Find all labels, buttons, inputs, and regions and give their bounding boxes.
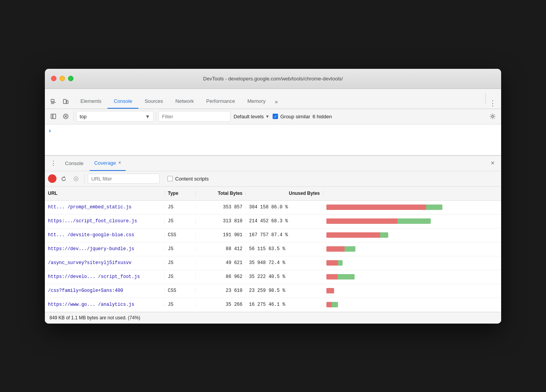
tab-coverage[interactable]: Coverage × <box>90 156 126 171</box>
panel-menu-button[interactable]: ⋮ <box>48 158 59 169</box>
bar-green <box>338 260 343 266</box>
cell-unused-bytes: 35 222 40.5 % <box>246 274 323 280</box>
cell-unused-bytes: 16 275 46.1 % <box>246 302 323 307</box>
execution-context-dropdown[interactable]: top ▼ <box>76 111 154 122</box>
tab-console-lower[interactable]: Console <box>60 156 88 171</box>
devtools-more-menu[interactable]: ⋮ <box>487 98 498 109</box>
tab-sources[interactable]: Sources <box>138 95 169 109</box>
devtools-icon-buttons <box>48 96 71 109</box>
cell-total-bytes: 88 412 <box>196 246 246 252</box>
bar-green <box>332 302 338 307</box>
table-row[interactable]: /async_survey?site=ylj5ifxusvv JS 49 621… <box>45 256 501 270</box>
col-header-type: Type <box>165 191 196 196</box>
cell-total-bytes: 23 610 <box>196 288 246 293</box>
console-output[interactable]: › <box>45 124 501 155</box>
bar-green <box>398 218 431 224</box>
bar-green <box>338 274 355 280</box>
coverage-panel-close[interactable]: × <box>487 158 498 169</box>
reload-button[interactable] <box>58 173 69 184</box>
cell-url[interactable]: htt... /devsite-google-blue.css <box>45 232 165 238</box>
record-button[interactable] <box>48 174 56 183</box>
cell-url[interactable]: /async_survey?site=ylj5ifxusvv <box>45 260 165 266</box>
close-button[interactable] <box>51 76 56 81</box>
cell-type: JS <box>165 205 196 210</box>
prompt-arrow-icon: › <box>48 128 52 135</box>
cell-type: JS <box>165 260 196 266</box>
table-row[interactable]: /css?family=Google+Sans:400 CSS 23 610 2… <box>45 284 501 298</box>
tab-performance[interactable]: Performance <box>200 95 241 109</box>
table-row[interactable]: https:.../script_foot_closure.js JS 313 … <box>45 215 501 228</box>
cell-type: JS <box>165 274 196 280</box>
svg-rect-2 <box>67 101 68 104</box>
table-row[interactable]: https://develo... /script_foot.js JS 86 … <box>45 270 501 284</box>
toolbar-divider-1 <box>73 112 74 121</box>
cell-unused-bytes: 35 948 72.4 % <box>246 260 323 266</box>
console-filter-input[interactable] <box>159 111 230 122</box>
unused-bytes-value: 214 452 68.3 % <box>249 218 288 224</box>
bar-red <box>326 246 345 252</box>
window-title: DevTools - developers.google.com/web/too… <box>203 76 343 82</box>
cell-usage-bar <box>323 274 501 280</box>
cell-unused-bytes: 23 259 98.5 % <box>246 288 323 293</box>
device-toolbar-icon[interactable] <box>60 96 71 107</box>
chevron-down-icon: ▼ <box>145 114 150 119</box>
content-scripts-label: Content scripts <box>175 176 209 182</box>
cell-total-bytes: 353 857 <box>196 205 246 210</box>
group-similar-area: ✓ Group similar 6 hidden <box>273 114 332 119</box>
coverage-panel: ⋮ Console Coverage × × Content scri <box>45 155 501 324</box>
tab-separator <box>485 93 486 104</box>
table-row[interactable]: htt... /prompt_embed_static.js JS 353 85… <box>45 201 501 215</box>
cell-usage-bar <box>323 205 501 210</box>
chevron-down-icon: ▼ <box>265 114 270 119</box>
table-row[interactable]: https://dev.../jquery-bundle.js JS 88 41… <box>45 242 501 256</box>
cell-usage-bar <box>323 246 501 252</box>
cell-type: CSS <box>165 232 196 238</box>
tab-overflow-button[interactable]: » <box>272 95 281 109</box>
clear-console-btn[interactable] <box>60 111 71 122</box>
cell-url[interactable]: https://dev.../jquery-bundle.js <box>45 246 165 252</box>
unused-bytes-value: 167 757 87.4 % <box>249 232 288 238</box>
hidden-count: 6 hidden <box>312 114 332 119</box>
cell-url[interactable]: htt... /prompt_embed_static.js <box>45 205 165 210</box>
show-console-sidebar-btn[interactable] <box>48 111 59 122</box>
console-settings-button[interactable] <box>487 111 498 122</box>
tab-elements[interactable]: Elements <box>74 95 107 109</box>
maximize-button[interactable] <box>68 76 73 81</box>
cell-total-bytes: 35 266 <box>196 302 246 307</box>
cell-type: JS <box>165 218 196 224</box>
default-levels-button[interactable]: Default levels ▼ <box>232 113 271 120</box>
content-scripts-area: Content scripts <box>167 176 209 182</box>
tab-list: Elements Console Sources Network Perform… <box>74 89 484 109</box>
table-row[interactable]: htt... /devsite-google-blue.css CSS 191 … <box>45 228 501 242</box>
coverage-tab-close[interactable]: × <box>118 160 121 165</box>
cell-url[interactable]: https://develo... /script_foot.js <box>45 274 165 280</box>
cell-total-bytes: 191 901 <box>196 232 246 238</box>
console-prompt[interactable]: › <box>48 128 498 135</box>
svg-rect-0 <box>51 99 54 102</box>
cell-usage-bar <box>323 302 501 307</box>
cell-url[interactable]: /css?family=Google+Sans:400 <box>45 288 165 293</box>
tab-memory[interactable]: Memory <box>241 95 272 109</box>
cell-url[interactable]: https://www.go... /analytics.js <box>45 302 165 307</box>
tab-console[interactable]: Console <box>107 95 138 109</box>
content-scripts-checkbox[interactable] <box>167 176 173 181</box>
unused-bytes-value: 304 158 86.0 % <box>249 205 288 210</box>
col-header-url: URL <box>45 191 165 196</box>
tab-network[interactable]: Network <box>169 95 200 109</box>
console-toolbar: top ▼ Default levels ▼ ✓ Group similar 6… <box>45 109 501 124</box>
cell-url[interactable]: https:.../script_foot_closure.js <box>45 218 165 224</box>
inspect-element-icon[interactable] <box>48 96 59 107</box>
table-row[interactable]: https://www.go... /analytics.js JS 35 26… <box>45 298 501 312</box>
minimize-button[interactable] <box>60 76 65 81</box>
title-bar: DevTools - developers.google.com/web/too… <box>45 69 501 89</box>
cell-usage-bar <box>323 218 501 224</box>
bar-red <box>326 232 380 238</box>
group-similar-checkbox[interactable]: ✓ <box>273 114 278 119</box>
toolbar-divider-2 <box>156 112 156 121</box>
coverage-status-bar: 849 KB of 1.1 MB bytes are not used. (74… <box>45 312 501 324</box>
group-similar-label: Group similar <box>280 114 310 119</box>
cell-unused-bytes: 214 452 68.3 % <box>246 218 323 224</box>
url-filter-input[interactable] <box>88 174 160 184</box>
cell-usage-bar <box>323 232 501 238</box>
bar-red <box>326 274 338 280</box>
